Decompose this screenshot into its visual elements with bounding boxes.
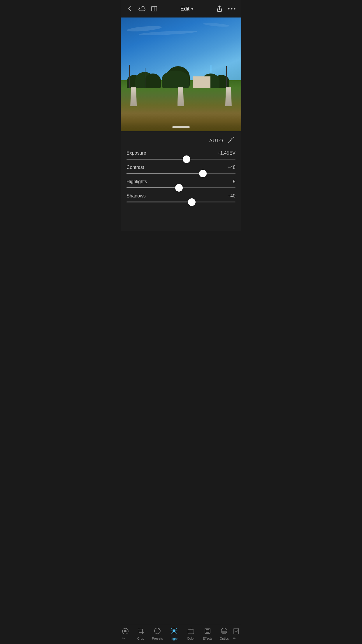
- auto-row: AUTO: [121, 131, 241, 150]
- contrast-header: Contrast +48: [126, 165, 236, 170]
- exposure-fill: [126, 159, 187, 160]
- shadows-label: Shadows: [126, 193, 146, 199]
- contrast-slider-row: Contrast +48: [126, 165, 236, 174]
- pole-1: [129, 65, 130, 88]
- more-options-button[interactable]: [228, 8, 236, 10]
- pole-4: [226, 66, 227, 88]
- bollard-left: [130, 87, 137, 106]
- tone-curve-button[interactable]: [227, 136, 236, 146]
- edit-panel: AUTO Exposure +1.45EV Contrast +48: [121, 131, 241, 231]
- sliders-section: Exposure +1.45EV Contrast +48 Highlights: [121, 150, 241, 202]
- highlights-header: Highlights -5: [126, 179, 236, 184]
- contrast-track[interactable]: [126, 173, 236, 174]
- svg-point-5: [234, 8, 236, 10]
- bottom-spacer: [121, 208, 241, 231]
- exposure-slider-row: Exposure +1.45EV: [126, 150, 236, 160]
- pole-3: [211, 65, 211, 88]
- contrast-label: Contrast: [126, 165, 144, 170]
- swipe-indicator: [172, 126, 190, 128]
- exposure-label: Exposure: [126, 150, 146, 156]
- building-right: [193, 76, 210, 88]
- photo-display: [121, 18, 241, 131]
- cloud-button[interactable]: [138, 6, 146, 11]
- tree-silhouette: [121, 65, 241, 88]
- shadows-fill: [126, 202, 192, 202]
- top-bar-right: [216, 5, 236, 12]
- svg-point-3: [228, 8, 230, 10]
- exposure-value: +1.45EV: [217, 150, 236, 156]
- back-button[interactable]: [126, 6, 133, 12]
- page-title: Edit: [180, 6, 189, 12]
- contrast-fill: [126, 173, 203, 174]
- highlights-label: Highlights: [126, 179, 147, 184]
- bollard-center: [178, 87, 184, 106]
- shadows-slider-row: Shadows +40: [126, 193, 236, 202]
- svg-point-4: [231, 8, 233, 10]
- auto-button[interactable]: AUTO: [209, 138, 223, 144]
- top-bar-center: Edit ▾: [180, 6, 193, 12]
- pole-2: [145, 68, 145, 88]
- chevron-down-icon: ▾: [191, 6, 193, 11]
- highlights-track[interactable]: [126, 187, 236, 188]
- top-bar: Edit ▾: [121, 0, 241, 18]
- shadows-track[interactable]: [126, 202, 236, 202]
- contrast-thumb[interactable]: [199, 170, 207, 177]
- compare-button[interactable]: [151, 6, 157, 12]
- shadows-header: Shadows +40: [126, 193, 236, 199]
- exposure-header: Exposure +1.45EV: [126, 150, 236, 156]
- top-bar-left: [126, 6, 157, 12]
- highlights-thumb[interactable]: [175, 184, 183, 192]
- highlights-slider-row: Highlights -5: [126, 179, 236, 188]
- exposure-thumb[interactable]: [183, 155, 190, 163]
- exposure-track[interactable]: [126, 159, 236, 160]
- highlights-fill: [126, 187, 179, 188]
- contrast-value: +48: [228, 165, 236, 170]
- shadows-thumb[interactable]: [188, 198, 196, 206]
- shadows-value: +40: [228, 193, 236, 199]
- bollard-right: [225, 87, 232, 106]
- share-button[interactable]: [216, 5, 223, 12]
- highlights-value: -5: [231, 179, 236, 184]
